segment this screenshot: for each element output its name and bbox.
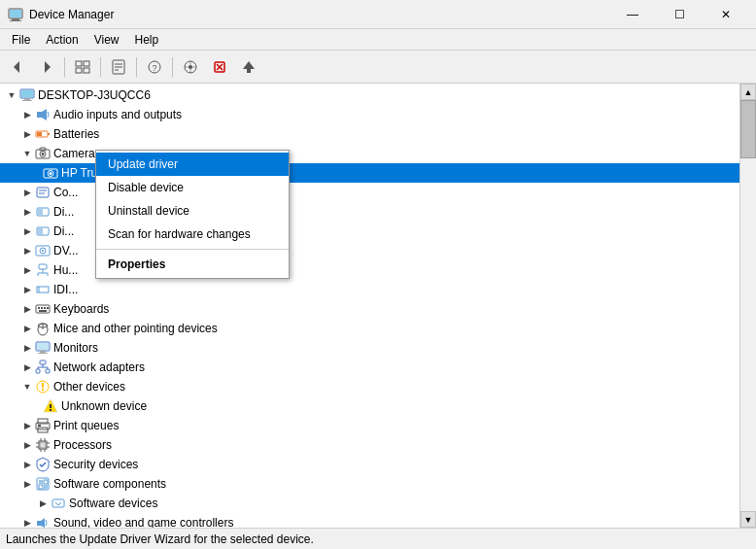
svg-rect-100 [39, 485, 43, 489]
scan-hardware-button[interactable] [177, 53, 204, 81]
svg-rect-79 [42, 389, 44, 391]
scroll-down-arrow[interactable]: ▼ [740, 511, 756, 528]
svg-point-39 [50, 172, 52, 175]
svg-rect-26 [24, 98, 30, 100]
toggle-cameras[interactable]: ▼ [19, 146, 35, 161]
device-tree[interactable]: ▼ DESKTOP-J3UQCC6 ▶ [0, 84, 739, 528]
svg-rect-86 [38, 425, 41, 427]
monitors-label: Monitors [53, 341, 98, 355]
update-driver-button[interactable] [235, 53, 262, 81]
help-button[interactable]: ? [141, 53, 168, 81]
tree-item-computer[interactable]: ▼ DESKTOP-J3UQCC6 [0, 86, 739, 105]
camera-icon [35, 146, 51, 161]
computer-label: DESKTOP-J3UQCC6 [38, 88, 151, 102]
view-button[interactable] [69, 53, 96, 81]
keyboards-label: Keyboards [53, 302, 109, 316]
unknown-label: Unknown device [61, 399, 147, 413]
tree-item-sound[interactable]: ▶ Sound, video and game controllers [0, 513, 739, 528]
scroll-thumb[interactable] [740, 100, 756, 158]
svg-rect-32 [37, 132, 42, 136]
tree-item-batteries[interactable]: ▶ Batteries [0, 124, 739, 144]
software-comp-label: Software components [53, 477, 166, 491]
tree-item-processors[interactable]: ▶ Processors [0, 435, 739, 455]
warning-icon [43, 398, 58, 414]
main-content: ▼ DESKTOP-J3UQCC6 ▶ [0, 84, 756, 528]
svg-text:?: ? [153, 63, 157, 73]
monitor-icon [35, 340, 51, 356]
svg-rect-98 [39, 480, 43, 484]
svg-rect-25 [21, 90, 33, 97]
svg-rect-81 [50, 404, 52, 408]
toggle-audio[interactable]: ▶ [19, 107, 35, 122]
menu-file[interactable]: File [4, 31, 38, 49]
audio-label: Audio inputs and outputs [53, 108, 182, 121]
sound-label: Sound, video and game controllers [53, 516, 233, 528]
maximize-button[interactable]: ☐ [657, 0, 702, 29]
ctx-update-driver[interactable]: Update driver [96, 153, 289, 176]
svg-rect-72 [46, 369, 50, 373]
print-icon [35, 418, 51, 433]
scroll-track[interactable] [740, 100, 756, 511]
di1-icon [35, 204, 51, 220]
processor-icon [35, 437, 51, 453]
svg-marker-106 [41, 518, 45, 528]
minimize-button[interactable]: — [610, 0, 655, 29]
svg-rect-31 [48, 133, 50, 135]
menu-bar: File Action View Help [0, 29, 756, 51]
toolbar-separator-1 [64, 57, 65, 77]
ctx-scan-hardware[interactable]: Scan for hardware changes [96, 223, 289, 246]
ctx-uninstall-device[interactable]: Uninstall device [96, 199, 289, 223]
ctx-properties-label: Properties [108, 257, 165, 271]
toggle-batteries[interactable]: ▶ [19, 126, 35, 142]
svg-rect-60 [44, 307, 46, 309]
close-button[interactable]: ✕ [704, 0, 748, 29]
toolbar-separator-2 [100, 57, 101, 77]
toggle-computer[interactable]: ▼ [4, 87, 19, 103]
forward-button[interactable] [33, 53, 60, 81]
menu-action[interactable]: Action [38, 31, 86, 49]
ctx-disable-device[interactable]: Disable device [96, 176, 289, 199]
tree-item-monitors[interactable]: ▶ Monitors [0, 338, 739, 358]
tree-item-network[interactable]: ▶ Network adapters [0, 358, 739, 377]
cameras-label: Cameras [53, 147, 101, 160]
back-button[interactable] [4, 53, 31, 81]
svg-point-49 [42, 250, 44, 252]
tree-item-software-dev[interactable]: ▶ Software devices [0, 494, 739, 513]
menu-view[interactable]: View [86, 31, 127, 49]
tree-item-print[interactable]: ▶ Print queues [0, 416, 739, 435]
scroll-up-arrow[interactable]: ▲ [740, 84, 756, 100]
svg-rect-9 [84, 68, 89, 73]
scrollbar[interactable]: ▲ ▼ [739, 84, 756, 528]
svg-rect-1 [12, 18, 19, 20]
camera-device-icon [43, 165, 58, 181]
title-bar: Device Manager — ☐ ✕ [0, 0, 756, 29]
tree-item-audio[interactable]: ▶ Audio inputs and outputs [0, 105, 739, 124]
menu-help[interactable]: Help [127, 31, 167, 49]
tree-item-unknown[interactable]: Unknown device [0, 396, 739, 416]
svg-rect-59 [41, 307, 43, 309]
status-bar: Launches the Update Driver Wizard for th… [0, 528, 756, 549]
software-comp-icon [35, 476, 51, 492]
ctx-properties[interactable]: Properties [96, 253, 289, 276]
keyboard-icon [35, 301, 51, 317]
event-log-button[interactable] [105, 53, 132, 81]
hu-icon [35, 262, 51, 278]
toolbar-separator-4 [172, 57, 173, 77]
tree-item-security[interactable]: ▶ Security devices [0, 455, 739, 474]
tree-item-other[interactable]: ▼ Other devices [0, 377, 739, 396]
svg-marker-23 [243, 61, 255, 73]
tree-item-keyboards[interactable]: ▶ Keyboards [0, 299, 739, 319]
svg-rect-50 [39, 264, 47, 269]
svg-rect-71 [36, 369, 40, 373]
uninstall-device-button[interactable] [206, 53, 233, 81]
mouse-icon [35, 321, 51, 336]
tree-item-software-comp[interactable]: ▶ Software components [0, 474, 739, 494]
window-title: Device Manager [29, 8, 610, 21]
toolbar-separator-3 [136, 57, 137, 77]
software-dev-icon [51, 496, 66, 511]
svg-rect-61 [47, 307, 49, 309]
tree-item-mice[interactable]: ▶ Mice and other pointing devices [0, 319, 739, 338]
svg-rect-3 [10, 10, 21, 17]
dv-icon [35, 243, 51, 258]
tree-item-idi[interactable]: ▶ IDI... [0, 280, 739, 299]
